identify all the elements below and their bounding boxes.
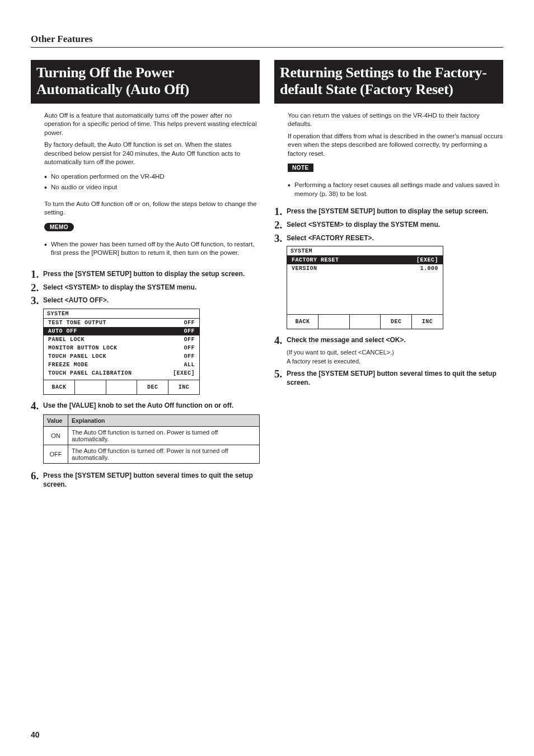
- step-text: Check the message and select <OK>.: [287, 336, 406, 344]
- menu-btn-dec: DEC: [137, 380, 168, 394]
- menu-buttons: BACK DEC INC: [287, 314, 443, 329]
- step-text: Select <SYSTEM> to display the SYSTEM me…: [43, 283, 196, 291]
- table-header-explanation: Explanation: [68, 415, 260, 427]
- menu-title: SYSTEM: [44, 309, 199, 319]
- menu-row-label: FACTORY RESET: [292, 257, 339, 263]
- running-head: Other Features: [31, 34, 503, 48]
- value-table: Value Explanation ON The Auto Off functi…: [43, 414, 260, 464]
- right-heading: Returning Settings to the Factory-defaul…: [274, 60, 503, 104]
- left-bullet-1: No operation performed on the VR-4HD: [44, 172, 260, 181]
- menu-row-label: MONITOR BUTTON LOCK: [48, 345, 118, 351]
- menu-btn-blank: [75, 380, 106, 394]
- menu-buttons: BACK DEC INC: [44, 380, 199, 394]
- right-step-4-sub1: (If you want to quit, select <CANCEL>.): [287, 348, 503, 356]
- menu-row-value: OFF: [184, 345, 195, 351]
- menu-body: TEST TONE OUTPUTOFF AUTO OFFOFF PANEL LO…: [44, 319, 199, 377]
- step-text: Press the [SYSTEM SETUP] button several …: [43, 472, 253, 488]
- menu-row: FREEZE MODEALL: [44, 361, 199, 369]
- step-number: 1.: [274, 205, 282, 219]
- note-label: NOTE: [288, 164, 313, 172]
- menu-btn-blank: [350, 315, 381, 329]
- menu-row: MONITOR BUTTON LOCKOFF: [44, 344, 199, 352]
- menu-row: PANEL LOCKOFF: [44, 335, 199, 344]
- table-cell-value: OFF: [44, 445, 68, 464]
- menu-title: SYSTEM: [287, 246, 443, 256]
- right-intro-2: If operation that differs from what is d…: [288, 132, 503, 158]
- menu-row-value: OFF: [184, 337, 195, 343]
- left-step-3: 3. Select <AUTO OFF>.: [31, 296, 260, 305]
- menu-row-value: 1.000: [420, 265, 438, 272]
- menu-btn-blank: [106, 380, 138, 394]
- table-cell-explanation: The Auto Off function is turned on. Powe…: [68, 427, 260, 445]
- left-intro-3: To turn the Auto Off function off or on,…: [44, 200, 260, 217]
- system-menu-screenshot-right: SYSTEM FACTORY RESET[EXEC] VERSION1.000 …: [287, 246, 443, 329]
- right-step-4-sub2: A factory reset is executed.: [287, 357, 503, 365]
- memo-item-1: When the power has been turned off by th…: [44, 240, 260, 258]
- left-step-6: 6. Press the [SYSTEM SETUP] button sever…: [31, 472, 260, 489]
- step-number: 3.: [31, 294, 39, 308]
- menu-row-value: OFF: [184, 353, 195, 360]
- right-step-2: 2. Select <SYSTEM> to display the SYSTEM…: [274, 221, 503, 230]
- menu-row-value: OFF: [184, 328, 195, 334]
- menu-row-label: TEST TONE OUTPUT: [48, 320, 106, 326]
- left-column: Turning Off the Power Automatically (Aut…: [31, 60, 260, 493]
- menu-row: TOUCH PANEL LOCKOFF: [44, 352, 199, 361]
- left-intro-2: By factory default, the Auto Off functio…: [44, 141, 260, 167]
- menu-row-label: FREEZE MODE: [48, 362, 88, 368]
- left-intro-1: Auto Off is a feature that automatically…: [44, 111, 260, 138]
- step-text: Select <SYSTEM> to display the SYSTEM me…: [287, 221, 440, 228]
- step-number: 1.: [31, 268, 39, 282]
- step-text: Press the [SYSTEM SETUP] button to displ…: [43, 270, 245, 278]
- menu-btn-inc: INC: [168, 380, 199, 394]
- table-row: ON The Auto Off function is turned on. P…: [44, 427, 260, 445]
- two-column-layout: Turning Off the Power Automatically (Aut…: [31, 60, 503, 493]
- menu-row-selected: FACTORY RESET[EXEC]: [287, 256, 443, 264]
- menu-btn-dec: DEC: [381, 315, 412, 329]
- step-number: 2.: [274, 218, 282, 232]
- left-step-2: 2. Select <SYSTEM> to display the SYSTEM…: [31, 283, 260, 292]
- menu-row-label: PANEL LOCK: [48, 337, 85, 343]
- menu-row-value: ALL: [184, 362, 195, 368]
- left-step-1: 1. Press the [SYSTEM SETUP] button to di…: [31, 270, 260, 279]
- page-number: 40: [31, 730, 40, 739]
- right-step-4: 4. Check the message and select <OK>.: [274, 336, 503, 345]
- left-bullet-2: No audio or video input: [44, 183, 260, 192]
- menu-btn-inc: INC: [412, 315, 443, 329]
- memo-label: MEMO: [44, 223, 74, 231]
- right-column: Returning Settings to the Factory-defaul…: [274, 60, 503, 493]
- note-item-1: Performing a factory reset causes all se…: [288, 181, 503, 198]
- table-cell-explanation: The Auto Off function is turned off. Pow…: [68, 445, 260, 464]
- step-text: Use the [VALUE] knob to set the Auto Off…: [43, 402, 233, 409]
- step-text: Select <AUTO OFF>.: [43, 296, 109, 304]
- step-number: 4.: [31, 399, 39, 413]
- step-text: Press the [SYSTEM SETUP] button several …: [287, 370, 496, 386]
- table-row: OFF The Auto Off function is turned off.…: [44, 445, 260, 464]
- menu-row-value: OFF: [184, 320, 195, 326]
- menu-row-label: AUTO OFF: [48, 328, 77, 334]
- table-cell-value: ON: [44, 427, 68, 445]
- step-number: 2.: [31, 281, 39, 295]
- menu-body: FACTORY RESET[EXEC] VERSION1.000: [287, 256, 443, 312]
- menu-btn-back: BACK: [44, 380, 75, 394]
- menu-row-value: [EXEC]: [173, 370, 195, 376]
- memo-list: When the power has been turned off by th…: [44, 240, 260, 258]
- left-heading: Turning Off the Power Automatically (Aut…: [31, 60, 260, 104]
- menu-btn-back: BACK: [287, 315, 318, 329]
- step-number: 4.: [274, 334, 282, 348]
- menu-row: TEST TONE OUTPUTOFF: [44, 319, 199, 327]
- menu-row-label: TOUCH PANEL CALIBRATION: [48, 370, 132, 376]
- menu-row-value: [EXEC]: [416, 257, 438, 263]
- menu-row-label: VERSION: [292, 265, 317, 272]
- menu-row-label: TOUCH PANEL LOCK: [48, 353, 106, 360]
- right-step-5: 5. Press the [SYSTEM SETUP] button sever…: [274, 370, 503, 387]
- step-text: Press the [SYSTEM SETUP] button to displ…: [287, 207, 488, 215]
- right-step-3: 3. Select <FACTORY RESET>.: [274, 234, 503, 243]
- right-step-list: 1. Press the [SYSTEM SETUP] button to di…: [274, 207, 503, 387]
- left-bullet-list: No operation performed on the VR-4HD No …: [44, 172, 260, 192]
- system-menu-screenshot-left: SYSTEM TEST TONE OUTPUTOFF AUTO OFFOFF P…: [43, 309, 200, 395]
- right-step-1: 1. Press the [SYSTEM SETUP] button to di…: [274, 207, 503, 216]
- menu-row: VERSION1.000: [287, 264, 443, 273]
- step-number: 3.: [274, 232, 282, 246]
- menu-row-selected: AUTO OFFOFF: [44, 327, 199, 335]
- step-number: 5.: [274, 367, 282, 381]
